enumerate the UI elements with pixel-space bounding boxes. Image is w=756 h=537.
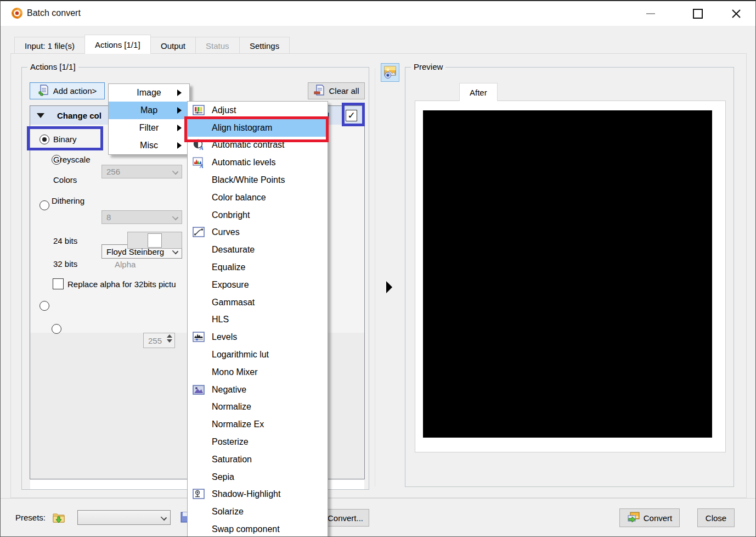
binary-label: Binary: [53, 135, 77, 144]
collapse-triangle-icon[interactable]: [37, 113, 44, 118]
svg-text:A: A: [199, 145, 204, 151]
menu-item[interactable]: Normalize Ex: [188, 416, 328, 433]
menu-item[interactable]: A Automatic contrast: [188, 137, 328, 154]
alpha-label: Alpha: [115, 260, 136, 269]
convert-button[interactable]: Convert: [619, 508, 680, 527]
add-action-menu: Image Map Filter Misc: [108, 83, 190, 155]
folder-open-icon: [52, 511, 65, 524]
map-submenu: Adjust Align histogram A Automatic contr…: [187, 101, 328, 537]
menu-item[interactable]: Desaturate: [188, 241, 328, 259]
svg-text:A: A: [199, 163, 204, 169]
minimize-button[interactable]: [638, 1, 663, 26]
tab-actions-1-1[interactable]: Actions [1/1]: [84, 35, 151, 54]
menu-item[interactable]: Negative: [188, 381, 328, 399]
action-item-title: Change col: [57, 111, 101, 120]
menu-item[interactable]: Curves: [188, 224, 328, 242]
close-window-button[interactable]: [724, 1, 749, 26]
negative-icon: [192, 383, 205, 396]
menu-item[interactable]: Shadow-Highlight: [188, 486, 328, 504]
colors-radio[interactable]: [40, 200, 49, 210]
menu-item[interactable]: Sepia: [188, 468, 328, 486]
replace-alpha-label: Replace alpha for 32bits pictu: [67, 279, 176, 289]
open-preset-button[interactable]: [52, 511, 66, 525]
submenu-arrow-icon: [177, 142, 182, 149]
add-action-button[interactable]: Add action>: [30, 82, 105, 99]
curves-icon: [192, 226, 205, 239]
menu-item[interactable]: HLS: [188, 311, 328, 329]
no-icon: [192, 471, 205, 484]
preview-tab-after[interactable]: After: [459, 83, 498, 101]
clear-all-button[interactable]: Clear all: [308, 82, 365, 99]
menu-item[interactable]: Saturation: [188, 451, 328, 468]
color-swatch: [148, 233, 162, 248]
levels-icon: [192, 331, 205, 344]
no-icon: [192, 453, 205, 466]
binary-radio[interactable]: [40, 135, 49, 144]
tab-output[interactable]: Output: [150, 37, 196, 54]
maximize-button[interactable]: [685, 1, 710, 26]
dithering-label: Dithering: [52, 196, 84, 205]
menu-item[interactable]: Conbright: [188, 206, 328, 224]
spinner-arrows-icon[interactable]: [167, 334, 172, 343]
enabled-checkbox[interactable]: ✓: [346, 110, 357, 121]
submenu-arrow-icon: [177, 125, 182, 131]
colors-count-select[interactable]: 8: [101, 210, 182, 224]
replace-alpha-checkbox[interactable]: [53, 278, 64, 289]
splitter-collapse-arrow-icon[interactable]: [386, 281, 392, 293]
clear-all-label: Clear all: [329, 86, 359, 96]
no-icon: [192, 418, 205, 431]
menu-item[interactable]: Color balance: [188, 189, 328, 206]
menu-item[interactable]: Map: [109, 102, 189, 119]
tab-status[interactable]: Status: [195, 37, 240, 54]
no-icon: [192, 261, 205, 274]
menu-item[interactable]: Posterize: [188, 433, 328, 451]
greyscale-levels-select[interactable]: 256: [101, 165, 182, 178]
tab-settings[interactable]: Settings: [239, 37, 290, 54]
menu-item[interactable]: Filter: [109, 119, 189, 137]
chevron-down-icon: [172, 214, 178, 220]
no-icon: [192, 278, 205, 292]
menu-item[interactable]: Solarize: [188, 503, 328, 521]
menu-item[interactable]: Gammasat: [188, 294, 328, 311]
menu-item[interactable]: Black/White Points: [188, 171, 328, 189]
no-icon: [192, 505, 205, 518]
menu-item[interactable]: Swap component: [188, 521, 328, 537]
menu-item[interactable]: Logarithmic lut: [188, 346, 328, 363]
bits24-label: 24 bits: [53, 236, 77, 245]
alpha-spinner[interactable]: 255: [143, 333, 175, 348]
preview-group-title: Preview: [411, 62, 445, 71]
menu-item[interactable]: Normalize: [188, 399, 328, 416]
colors-label: Colors: [53, 175, 77, 184]
greyscale-label: Greyscale: [53, 155, 91, 164]
bits32-radio[interactable]: [52, 324, 61, 334]
tab-input-1-file-s[interactable]: Input: 1 file(s): [14, 37, 85, 54]
presets-select[interactable]: [77, 510, 171, 525]
background-color-button[interactable]: [127, 232, 182, 249]
automatic-contrast-icon: A: [192, 138, 205, 152]
menu-item[interactable]: Image: [109, 84, 189, 102]
menu-item[interactable]: Levels: [188, 328, 328, 346]
splitter[interactable]: [375, 68, 375, 486]
no-icon: [192, 400, 205, 413]
menu-item[interactable]: Equalize: [188, 259, 328, 276]
bits24-radio[interactable]: [40, 301, 49, 311]
menu-item[interactable]: Misc: [109, 137, 189, 154]
preview-toggle-button[interactable]: [381, 63, 399, 82]
no-icon: [192, 348, 205, 361]
no-icon: [192, 435, 205, 449]
close-button[interactable]: Close: [697, 508, 735, 527]
menu-item[interactable]: A Automatic levels: [188, 154, 328, 171]
menu-item[interactable]: Exposure: [188, 276, 328, 294]
automatic-levels-icon: A: [192, 156, 205, 169]
no-icon: [192, 523, 205, 536]
presets-label: Presets:: [15, 513, 46, 522]
menu-item[interactable]: Align histogram: [188, 119, 328, 137]
menu-item[interactable]: Mono Mixer: [188, 363, 328, 381]
chevron-down-icon: [172, 168, 178, 174]
no-icon: [192, 296, 205, 309]
footer-divider: [1, 498, 756, 499]
menu-item[interactable]: Adjust: [188, 102, 328, 119]
chevron-down-icon: [161, 514, 167, 520]
shadow-highlight-icon: [192, 488, 205, 501]
titlebar: Batch convert: [1, 1, 755, 26]
